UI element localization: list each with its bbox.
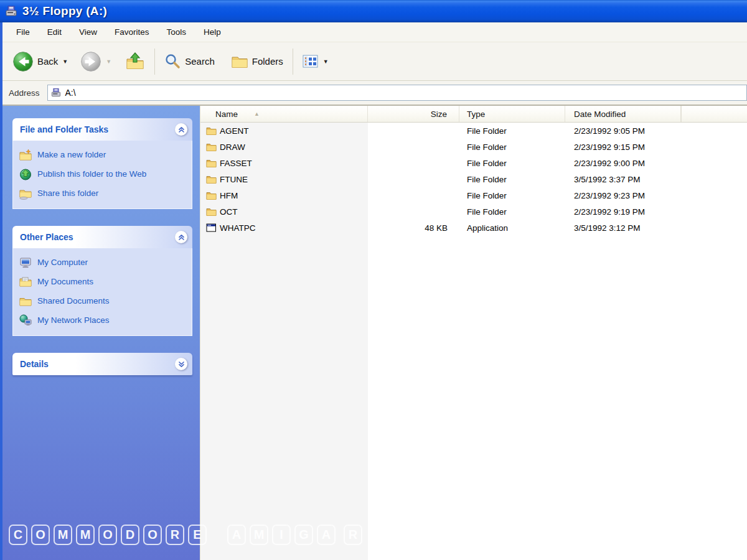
panel-file-folder-tasks: File and Folder Tasks — [12, 118, 192, 209]
window-title: 3½ Floppy (A:) — [22, 4, 107, 18]
file-type: File Folder — [459, 191, 565, 200]
folder-icon — [206, 159, 217, 167]
back-label: Back — [37, 56, 58, 67]
column-header-date-modified[interactable]: Date Modified — [565, 106, 681, 122]
table-row[interactable]: FTUNE File Folder 3/5/1992 3:37 PM — [200, 171, 747, 187]
table-row[interactable]: HFM File Folder 2/23/1992 9:23 PM — [200, 187, 747, 203]
share-folder-icon — [19, 187, 32, 200]
menu-bar: File Edit View Favorites Tools Help — [2, 22, 747, 42]
task-label: Shared Documents — [37, 295, 110, 307]
publish-web-icon — [19, 168, 32, 180]
link-my-network-places[interactable]: My Network Places — [19, 314, 188, 327]
table-row[interactable]: FASSET File Folder 2/23/1992 9:00 PM — [200, 155, 747, 171]
menu-help[interactable]: Help — [195, 24, 230, 40]
up-folder-icon — [125, 52, 145, 72]
chevron-up-icon — [177, 233, 186, 241]
views-button[interactable]: ▼ — [299, 52, 332, 71]
floppy-drive-icon — [4, 4, 18, 18]
table-row[interactable]: DRAW File Folder 2/23/1992 9:15 PM — [200, 139, 747, 155]
floppy-drive-icon — [50, 87, 62, 98]
toolbar-separator — [293, 49, 293, 75]
file-name: HFM — [220, 191, 238, 200]
column-header-name[interactable]: Name ▲ — [200, 106, 368, 122]
up-button[interactable] — [121, 49, 149, 74]
file-date-modified: 2/23/1992 9:15 PM — [565, 142, 681, 152]
explorer-window: 3½ Floppy (A:) File Edit View Favorites … — [0, 0, 747, 560]
task-share-folder[interactable]: Share this folder — [19, 187, 188, 200]
task-label: My Documents — [37, 276, 93, 288]
forward-button[interactable]: ▼ — [77, 49, 115, 75]
file-rows: AGENT File Folder 2/23/1992 9:05 PM DRAW… — [200, 123, 747, 236]
column-header-type[interactable]: Type — [459, 106, 565, 122]
link-my-computer[interactable]: My Computer — [19, 256, 188, 269]
link-my-documents[interactable]: My Documents — [19, 276, 188, 288]
menu-favorites[interactable]: Favorites — [106, 24, 158, 40]
back-dropdown-caret[interactable]: ▼ — [62, 58, 68, 65]
panel-header-file-folder-tasks[interactable]: File and Folder Tasks — [12, 118, 192, 141]
folder-icon — [206, 207, 217, 216]
address-label: Address — [9, 88, 40, 98]
column-label: Type — [467, 110, 485, 119]
table-row[interactable]: AGENT File Folder 2/23/1992 9:05 PM — [200, 123, 747, 139]
column-label: Date Modified — [574, 110, 626, 119]
panel-header-other-places[interactable]: Other Places — [12, 226, 192, 248]
folder-icon — [206, 126, 217, 135]
my-documents-icon — [19, 276, 32, 288]
menu-view[interactable]: View — [70, 24, 106, 40]
table-row[interactable]: OCT File Folder 2/23/1992 9:19 PM — [200, 203, 747, 220]
forward-dropdown-caret[interactable]: ▼ — [106, 58, 111, 65]
task-make-new-folder[interactable]: Make a new folder — [19, 149, 188, 161]
address-value: A:\ — [65, 88, 76, 98]
panel-title: Other Places — [20, 232, 73, 242]
toolbar-separator — [154, 49, 155, 75]
file-type: Application — [459, 223, 565, 233]
file-name: DRAW — [220, 142, 245, 152]
file-date-modified: 2/23/1992 9:19 PM — [565, 207, 681, 217]
title-bar: 3½ Floppy (A:) — [0, 0, 747, 22]
panel-other-places: Other Places — [12, 226, 192, 336]
application-icon — [206, 223, 217, 232]
table-row[interactable]: WHATPC 48 KB Application 3/5/1992 3:12 P… — [200, 220, 747, 236]
panel-body: My Computer My Docum — [12, 248, 192, 336]
my-network-icon — [19, 314, 32, 327]
address-input[interactable]: A:\ — [47, 85, 747, 101]
file-name: OCT — [220, 207, 238, 217]
views-dropdown-caret[interactable]: ▼ — [323, 58, 329, 65]
panel-header-details[interactable]: Details — [12, 353, 192, 375]
menu-tools[interactable]: Tools — [158, 24, 195, 40]
panel-title: Details — [20, 359, 49, 369]
task-label: My Computer — [37, 256, 88, 269]
folders-label: Folders — [252, 56, 283, 67]
task-label: Share this folder — [37, 187, 98, 200]
file-name: FTUNE — [220, 175, 248, 184]
collapse-button[interactable] — [175, 123, 187, 136]
folder-icon — [206, 175, 217, 184]
folder-icon — [206, 191, 217, 200]
search-button[interactable]: Search — [161, 50, 218, 72]
folder-icon — [206, 142, 217, 151]
task-pane-sidebar: File and Folder Tasks — [2, 106, 200, 560]
main-area: File and Folder Tasks — [2, 106, 747, 560]
folders-icon — [231, 54, 248, 69]
chevron-down-icon — [177, 360, 186, 368]
menu-edit[interactable]: Edit — [39, 24, 70, 40]
forward-icon — [80, 51, 101, 72]
menu-file[interactable]: File — [7, 24, 39, 40]
link-shared-documents[interactable]: Shared Documents — [19, 295, 188, 307]
file-type: File Folder — [459, 159, 565, 168]
file-date-modified: 3/5/1992 3:12 PM — [565, 223, 681, 233]
column-header-filler — [681, 106, 747, 122]
file-date-modified: 2/23/1992 9:23 PM — [565, 191, 681, 200]
expand-button[interactable] — [175, 358, 187, 370]
column-header-size[interactable]: Size — [368, 106, 459, 122]
collapse-button[interactable] — [175, 231, 187, 243]
window-body: File Edit View Favorites Tools Help — [0, 22, 747, 560]
folders-button[interactable]: Folders — [227, 52, 287, 72]
back-button[interactable]: Back ▼ — [9, 49, 72, 75]
task-publish-folder[interactable]: Publish this folder to the Web — [19, 168, 188, 180]
file-type: File Folder — [459, 207, 565, 217]
file-name: WHATPC — [220, 223, 256, 233]
file-date-modified: 2/23/1992 9:05 PM — [565, 126, 681, 136]
chevron-up-icon — [177, 126, 186, 134]
file-type: File Folder — [459, 142, 565, 152]
